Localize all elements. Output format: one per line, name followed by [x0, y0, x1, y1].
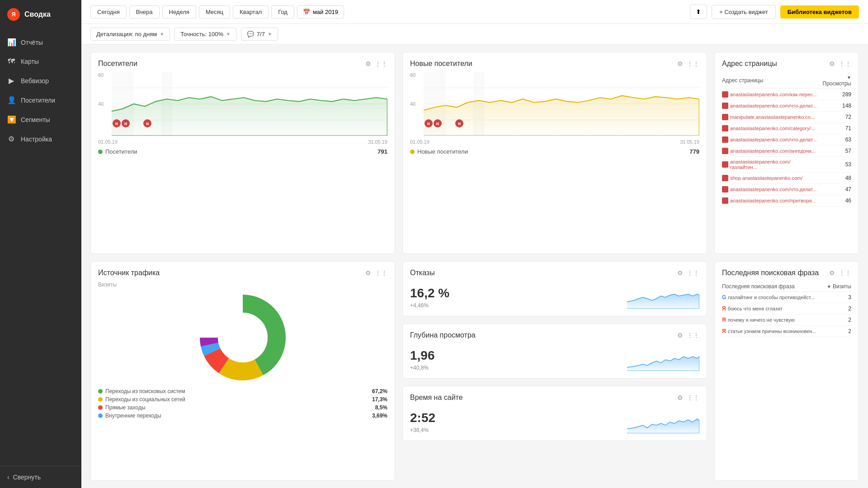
address-table-row: anastasiiastepanenko.com/category/... 71 — [722, 123, 851, 134]
gear-icon[interactable]: ⚙ — [677, 269, 683, 277]
gear-icon[interactable]: ⚙ — [677, 60, 683, 67]
address-views-cell: 53 — [817, 157, 851, 173]
visits-col-header: ▼ Визиты — [825, 282, 851, 292]
tab-week[interactable]: Неделя — [162, 5, 196, 19]
new-visitors-date-left: 01.05.19 — [410, 139, 429, 145]
accuracy-select[interactable]: Точность: 100% ▼ — [175, 28, 236, 41]
gear-icon[interactable]: ⚙ — [829, 60, 835, 67]
address-table-row: anastasiiastepanenko.com/что-делат... 63 — [722, 134, 851, 145]
sidebar-item-webvisor[interactable]: ▶ Вебвизор — [0, 71, 81, 90]
settings-icon: ⚙ — [7, 135, 15, 143]
tab-yesterday[interactable]: Вчера — [129, 5, 160, 19]
notif-dot: н — [425, 119, 433, 127]
address-url-cell[interactable]: anastasiiastepanenko.com/ангедони... — [722, 145, 817, 157]
sidebar-title: Сводка — [24, 10, 51, 19]
chevron-left-icon: ‹ — [7, 474, 9, 481]
sidebar-item-label: Посетители — [21, 97, 55, 104]
address-url-cell[interactable]: shop.anastasiiastepanenko.com/ — [722, 173, 817, 184]
gear-icon[interactable]: ⚙ — [829, 269, 835, 277]
page-url-text: anastasiiastepanenko.com/что-делат... — [730, 187, 816, 192]
bounces-card: Отказы ⚙ ⋮⋮ 16,2 % +4,46% — [402, 261, 707, 316]
tab-quarter[interactable]: Квартал — [233, 5, 269, 19]
sidebar-item-maps[interactable]: 🗺 Карты — [0, 52, 81, 71]
address-views-cell: 46 — [817, 195, 851, 206]
address-views-cell: 63 — [817, 134, 851, 145]
bounces-value: 16,2 % — [410, 286, 449, 300]
phrase-table: Последняя поисковая фраза ▼ Визиты G газ… — [722, 282, 851, 337]
visitors-card: Посетители ⚙ ⋮⋮ 80 40 — [90, 52, 395, 254]
gear-icon[interactable]: ⚙ — [677, 394, 683, 401]
address-table: Адрес страницы ▼ Просмотры anastasiiaste… — [722, 72, 851, 206]
dashboard: Посетители ⚙ ⋮⋮ 80 40 — [81, 45, 868, 488]
widget-library-button[interactable]: Библиотека виджетов — [780, 5, 859, 19]
time-card-title: Время на сайте — [410, 394, 463, 402]
address-url-cell[interactable]: anastasiiastepanenko.com/притворя... — [722, 195, 817, 206]
segments-icon: 💬 — [247, 31, 254, 38]
page-url-text: anastasiiastepanenko.com/ангедони... — [730, 148, 816, 154]
grid-icon[interactable]: ⋮⋮ — [687, 269, 699, 277]
traffic-donut — [98, 292, 387, 383]
new-visitors-legend-label: Новые посетители — [417, 148, 468, 155]
bounces-card-header: Отказы ⚙ ⋮⋮ — [410, 269, 699, 277]
sidebar-item-label: Сегменты — [21, 116, 50, 123]
gear-icon[interactable]: ⚙ — [677, 332, 683, 339]
grid-icon[interactable]: ⋮⋮ — [375, 60, 387, 67]
page-url-text: anastasiiastepanenko.com/что-делат... — [730, 137, 816, 142]
tab-year[interactable]: Год — [271, 5, 294, 19]
traffic-label-direct: Прямые заходы — [105, 404, 146, 411]
collapse-label: Свернуть — [13, 474, 41, 481]
address-url-cell[interactable]: anastasiiastepanenko.com/газлайтин... — [722, 157, 817, 173]
sidebar-item-reports[interactable]: 📊 Отчёты — [0, 33, 81, 52]
sidebar-item-visitors[interactable]: 👤 Посетители — [0, 90, 81, 110]
address-table-row: anastasiiastepanenko.com/как-перес... 28… — [722, 89, 851, 100]
address-url-cell[interactable]: anastasiiastepanenko.com/что-делат... — [722, 184, 817, 195]
grid-icon[interactable]: ⋮⋮ — [839, 60, 851, 67]
traffic-dot-direct — [98, 405, 103, 410]
gear-icon[interactable]: ⚙ — [365, 269, 371, 277]
depth-card-header: Глубина просмотра ⚙ ⋮⋮ — [410, 331, 699, 339]
gear-icon[interactable]: ⚙ — [365, 60, 371, 67]
phrase-cell[interactable]: Я почему я ничего не чувствую — [722, 314, 825, 326]
traffic-pct-internal: 3,69% — [372, 413, 387, 419]
calendar-period-button[interactable]: 📅 май 2019 — [297, 5, 344, 19]
traffic-label-internal: Внутренние переходы — [105, 413, 161, 419]
maps-icon: 🗺 — [7, 57, 15, 66]
grid-icon[interactable]: ⋮⋮ — [687, 332, 699, 339]
new-visitors-chart-dates: 01.05.19 31.05.19 — [410, 139, 699, 145]
address-views-cell: 148 — [817, 100, 851, 112]
time-card-controls: ⚙ ⋮⋮ — [677, 394, 699, 401]
tab-today[interactable]: Сегодня — [90, 5, 127, 19]
upload-button[interactable]: ⬆ — [690, 5, 707, 19]
period-tabs: Сегодня Вчера Неделя Месяц Квартал Год 📅… — [90, 5, 344, 19]
address-url-cell[interactable]: anastasiiastepanenko.com/что-делат... — [722, 134, 817, 145]
grid-icon[interactable]: ⋮⋮ — [687, 60, 699, 67]
collapse-button[interactable]: ‹ Свернуть — [7, 474, 74, 481]
new-visitors-card-header: Новые посетители ⚙ ⋮⋮ — [410, 60, 699, 68]
traffic-legend: Переходы из поисковых систем 67,2% Перех… — [98, 388, 387, 419]
grid-icon[interactable]: ⋮⋮ — [687, 394, 699, 401]
visitors-legend-value: 791 — [377, 148, 387, 155]
time-values: 2:52 +38,4% — [410, 409, 435, 433]
address-url-cell[interactable]: anastasiiastepanenko.com/category/... — [722, 123, 817, 134]
create-widget-button[interactable]: + Создать виджет — [712, 5, 775, 19]
page-url-text: anastasiiastepanenko.com/что-делат... — [730, 103, 816, 108]
segments-select[interactable]: 💬 7/7 ▼ — [241, 28, 278, 41]
page-favicon — [722, 186, 728, 192]
phrase-cell[interactable]: G газлайтинг и способы противодейст... — [722, 292, 825, 303]
sidebar-item-settings[interactable]: ⚙ Настройка — [0, 129, 81, 149]
visitors-legend-item: Посетители — [98, 148, 137, 155]
detail-select[interactable]: Детализация: по дням ▼ — [90, 28, 170, 41]
grid-icon[interactable]: ⋮⋮ — [839, 269, 851, 277]
depth-card-title: Глубина просмотра — [410, 331, 476, 339]
sidebar-item-segments[interactable]: 🔽 Сегменты — [0, 110, 81, 129]
phrase-cell[interactable]: Я боюсь что меня сглазят — [722, 303, 825, 314]
new-visitors-legend-dot — [410, 150, 415, 154]
tab-month[interactable]: Месяц — [199, 5, 230, 19]
grid-icon[interactable]: ⋮⋮ — [375, 269, 387, 277]
address-url-cell[interactable]: anastasiiastepanenko.com/что-делат... — [722, 100, 817, 112]
address-url-cell[interactable]: manipulate.anastasiiastepanenko.co... — [722, 112, 817, 123]
phrase-cell[interactable]: Я статье узнаем причины возникновен... — [722, 326, 825, 337]
new-visitors-card: Новые посетители ⚙ ⋮⋮ 80 40 — [402, 52, 707, 254]
views-col-header: ▼ Просмотры — [817, 72, 851, 89]
address-url-cell[interactable]: anastasiiastepanenko.com/как-перес... — [722, 89, 817, 100]
